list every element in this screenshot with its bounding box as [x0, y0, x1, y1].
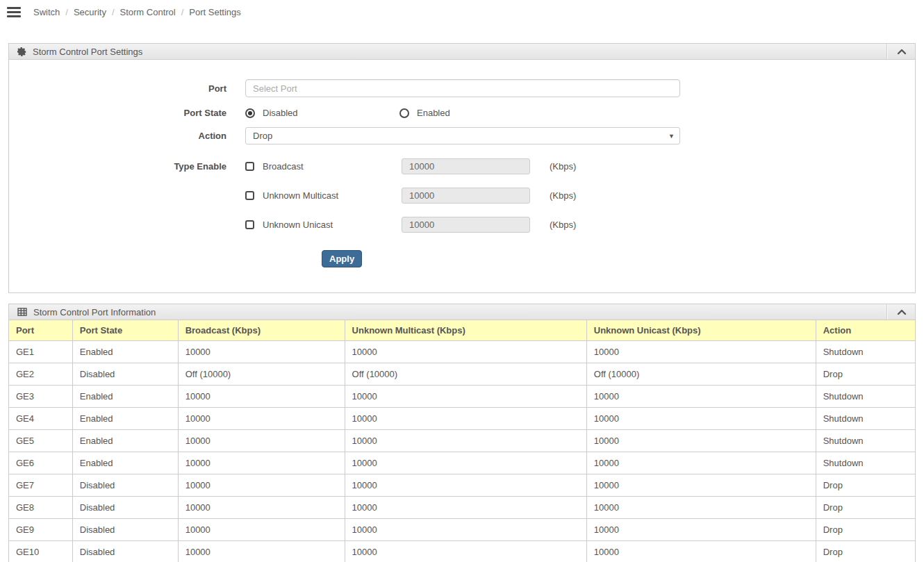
table-row: GE5Enabled100001000010000Shutdown [9, 429, 915, 452]
top-bar: Switch / Security / Storm Control / Port… [0, 0, 924, 24]
cell-unknown-unicast-kbps: 10000 [586, 340, 816, 363]
table-row: GE9Disabled100001000010000Drop [9, 518, 915, 540]
unknown-multicast-rate-input[interactable] [402, 188, 530, 204]
table-row: GE4Enabled100001000010000Shutdown [9, 407, 915, 429]
column-header-unknown-unicast: Unknown Unicast (Kbps) [586, 320, 816, 340]
cell-port: GE9 [9, 518, 72, 540]
broadcast-checkbox[interactable] [245, 162, 254, 171]
cell-port-state: Disabled [72, 474, 178, 496]
port-table-body: GE1Enabled100001000010000ShutdownGE2Disa… [9, 340, 915, 562]
cell-unknown-unicast-kbps: Off (10000) [586, 363, 816, 385]
cell-broadcast-kbps: 10000 [178, 452, 345, 474]
breadcrumb-item-switch[interactable]: Switch [33, 7, 60, 17]
action-selected-value: Drop [253, 131, 272, 141]
unknown-multicast-unit-label: (Kbps) [550, 190, 576, 201]
port-state-disabled-option[interactable]: Disabled [245, 108, 399, 118]
port-label: Port [9, 83, 245, 94]
cell-port: GE5 [9, 429, 72, 452]
cell-unknown-multicast-kbps: 10000 [345, 474, 586, 496]
cell-action: Drop [816, 363, 915, 385]
settings-collapse-button[interactable] [887, 44, 915, 59]
cell-port-state: Disabled [72, 540, 178, 562]
broadcast-checkbox-option[interactable]: Broadcast [245, 161, 402, 172]
cell-port-state: Enabled [72, 385, 178, 407]
cell-broadcast-kbps: 10000 [178, 496, 345, 518]
settings-panel-title: Storm Control Port Settings [33, 47, 142, 57]
unknown-unicast-checkbox-option[interactable]: Unknown Unicast [245, 220, 402, 230]
cell-unknown-unicast-kbps: 10000 [586, 496, 816, 518]
cell-action: Drop [816, 540, 915, 562]
breadcrumb-separator: / [65, 7, 68, 17]
broadcast-rate-input[interactable] [402, 158, 530, 174]
cell-action: Shutdown [816, 340, 915, 363]
radio-enabled-icon[interactable] [399, 108, 409, 118]
cell-unknown-multicast-kbps: 10000 [345, 452, 586, 474]
storm-control-settings-panel: Storm Control Port Settings Port Port St… [8, 43, 916, 293]
cell-action: Shutdown [816, 385, 915, 407]
storm-control-information-panel: Storm Control Port Information Port Port… [8, 304, 916, 562]
port-state-enabled-option[interactable]: Enabled [399, 108, 554, 118]
action-row: Action Drop ▼ [9, 127, 915, 144]
table-row: GE2DisabledOff (10000)Off (10000)Off (10… [9, 363, 915, 385]
radio-disabled-icon[interactable] [245, 108, 255, 118]
information-collapse-button[interactable] [887, 304, 915, 320]
cell-unknown-unicast-kbps: 10000 [586, 429, 816, 452]
breadcrumb-item-storm-control[interactable]: Storm Control [120, 7, 176, 17]
cell-action: Drop [816, 518, 915, 540]
cell-port: GE4 [9, 407, 72, 429]
unknown-unicast-rate-input[interactable] [402, 217, 530, 233]
column-header-action: Action [816, 320, 915, 340]
settings-panel-header: Storm Control Port Settings [9, 44, 915, 60]
port-information-table: Port Port State Broadcast (Kbps) Unknown… [9, 320, 915, 562]
cell-unknown-unicast-kbps: 10000 [586, 518, 816, 540]
action-select[interactable]: Drop ▼ [245, 127, 680, 144]
unknown-multicast-checkbox[interactable] [245, 191, 254, 200]
breadcrumb-separator: / [181, 7, 184, 17]
unknown-multicast-label: Unknown Multicast [263, 190, 338, 201]
cell-unknown-multicast-kbps: 10000 [345, 407, 586, 429]
column-header-broadcast: Broadcast (Kbps) [178, 320, 345, 340]
radio-enabled-label: Enabled [417, 108, 450, 118]
port-state-radio-group: Disabled Enabled [245, 108, 554, 118]
cell-port-state: Enabled [72, 429, 178, 452]
table-header-row: Port Port State Broadcast (Kbps) Unknown… [9, 320, 915, 340]
cell-port-state: Enabled [72, 340, 178, 363]
cell-unknown-unicast-kbps: 10000 [586, 385, 816, 407]
unknown-multicast-row: Unknown Multicast (Kbps) [245, 188, 576, 204]
cell-unknown-unicast-kbps: 10000 [586, 407, 816, 429]
broadcast-row: Broadcast (Kbps) [245, 158, 576, 174]
breadcrumb-item-port-settings[interactable]: Port Settings [189, 7, 240, 17]
chevron-up-icon [897, 307, 907, 317]
cell-port: GE8 [9, 496, 72, 518]
unknown-unicast-checkbox[interactable] [245, 220, 254, 229]
cell-unknown-multicast-kbps: Off (10000) [345, 363, 586, 385]
cell-port-state: Enabled [72, 407, 178, 429]
port-select-input[interactable] [245, 79, 680, 97]
menu-icon[interactable] [7, 7, 21, 17]
table-row: GE8Disabled100001000010000Drop [9, 496, 915, 518]
unknown-multicast-checkbox-option[interactable]: Unknown Multicast [245, 190, 402, 201]
cell-broadcast-kbps: 10000 [178, 540, 345, 562]
table-icon [17, 308, 27, 316]
cell-unknown-multicast-kbps: 10000 [345, 540, 586, 562]
apply-button[interactable]: Apply [322, 250, 362, 267]
cell-unknown-multicast-kbps: 10000 [345, 429, 586, 452]
cell-action: Drop [816, 496, 915, 518]
breadcrumb-separator: / [112, 7, 115, 17]
cell-port: GE2 [9, 363, 72, 385]
port-row: Port [9, 79, 915, 97]
table-row: GE10Disabled100001000010000Drop [9, 540, 915, 562]
unknown-unicast-unit-label: (Kbps) [550, 220, 576, 230]
cell-broadcast-kbps: 10000 [178, 407, 345, 429]
cell-port: GE6 [9, 452, 72, 474]
cell-broadcast-kbps: 10000 [178, 518, 345, 540]
broadcast-unit-label: (Kbps) [550, 161, 576, 172]
breadcrumb-item-security[interactable]: Security [74, 7, 106, 17]
cell-action: Drop [816, 474, 915, 496]
cell-port: GE10 [9, 540, 72, 562]
port-state-row: Port State Disabled Enabled [9, 108, 915, 118]
breadcrumb: Switch / Security / Storm Control / Port… [33, 7, 241, 17]
select-dropdown-arrow-icon: ▼ [668, 133, 675, 140]
cell-action: Shutdown [816, 429, 915, 452]
broadcast-label: Broadcast [263, 161, 304, 172]
